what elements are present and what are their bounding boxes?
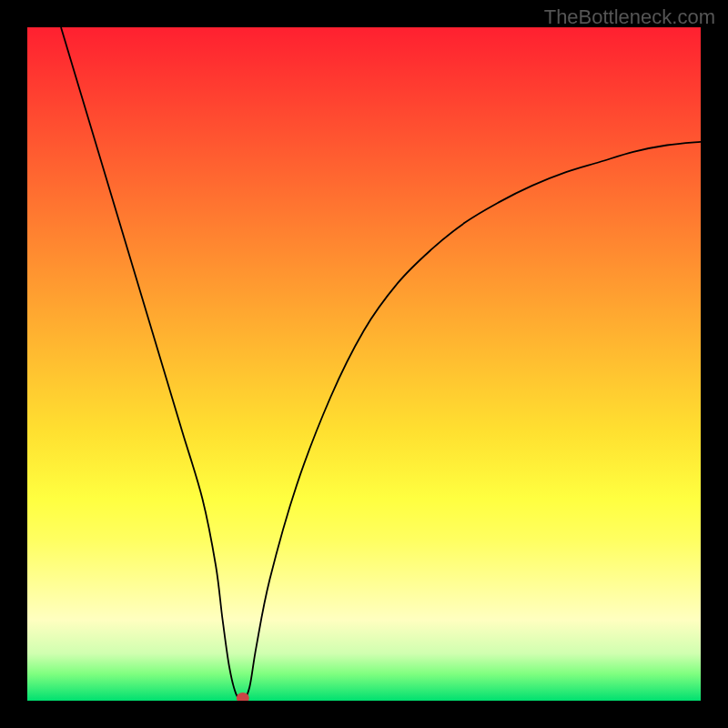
chart-svg — [27, 27, 701, 701]
chart-plot-area — [27, 27, 701, 701]
bottleneck-curve-line — [61, 27, 701, 701]
watermark-text: TheBottleneck.com — [544, 5, 715, 29]
